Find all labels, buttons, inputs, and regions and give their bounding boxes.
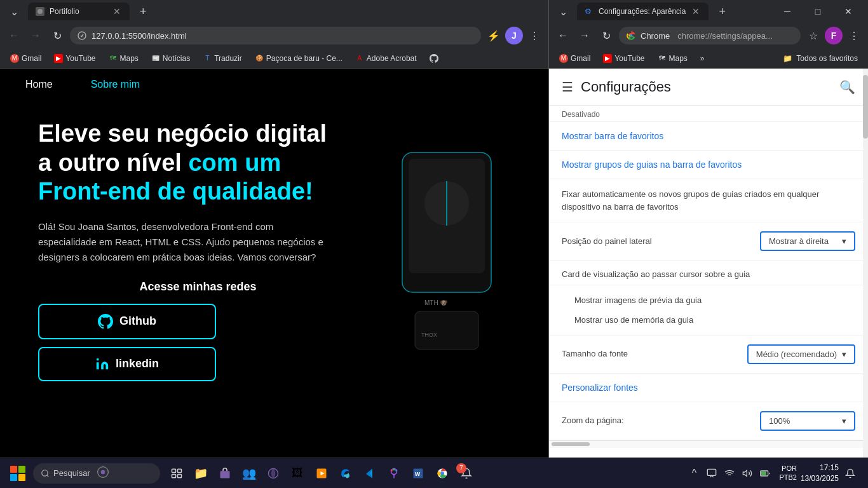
system-clock[interactable]: 17:15 13/03/2025 bbox=[801, 463, 839, 484]
clock-time: 17:15 bbox=[801, 463, 839, 473]
start-button[interactable] bbox=[5, 463, 31, 484]
settings-bookmark-gmail[interactable]: M Gmail bbox=[554, 52, 595, 65]
scrollbar-track[interactable] bbox=[863, 69, 868, 458]
profile-avatar[interactable]: F bbox=[825, 27, 843, 44]
photo-icon[interactable]: 🖼 bbox=[286, 462, 309, 485]
maximize-button[interactable]: □ bbox=[803, 0, 832, 23]
settings-address-bar[interactable]: Chrome chrome://settings/appea... bbox=[619, 27, 801, 44]
language-clock-area[interactable]: POR PTB2 bbox=[779, 464, 797, 482]
customize-fonts-item[interactable]: Personalizar fontes bbox=[549, 374, 868, 402]
noticias-favicon: 📰 bbox=[151, 54, 160, 63]
show-tab-groups-item[interactable]: Mostrar grupos de guias na barra de favo… bbox=[549, 151, 868, 179]
vscode-icon[interactable] bbox=[358, 462, 381, 485]
bookmark-pacoca[interactable]: 🍪 Paçoca de baru - Ce... bbox=[250, 52, 348, 65]
bookmark-gmail[interactable]: M Gmail bbox=[5, 52, 46, 65]
settings-star-btn[interactable]: ☆ bbox=[804, 27, 822, 44]
tab-close-btn[interactable]: ✕ bbox=[112, 5, 122, 18]
colorful-icon[interactable] bbox=[262, 462, 285, 485]
media-icon[interactable] bbox=[310, 462, 333, 485]
chrome-icon[interactable] bbox=[431, 462, 454, 485]
address-bar[interactable]: 127.0.0.1:5500/index.html bbox=[70, 27, 481, 44]
social-section-title: Acesse minhas redes bbox=[38, 280, 358, 294]
svg-text:MTH 🐶: MTH 🐶 bbox=[424, 299, 448, 307]
all-bookmarks-btn[interactable]: 📁 Todos os favoritos bbox=[778, 52, 863, 65]
volume-icon[interactable] bbox=[740, 466, 755, 481]
show-memory-usage-item[interactable]: Mostrar uso de memória da guia bbox=[574, 310, 855, 330]
portfolio-tab[interactable]: Portifolio ✕ bbox=[28, 3, 130, 20]
font-size-dropdown[interactable]: Médio (recomendado) ▾ bbox=[747, 344, 855, 364]
show-preview-images-item[interactable]: Mostrar imagens de prévia da guia bbox=[574, 290, 855, 310]
linkedin-button[interactable]: linkedin bbox=[38, 347, 216, 381]
close-button[interactable]: ✕ bbox=[834, 0, 863, 23]
task-view-icon[interactable] bbox=[165, 462, 188, 485]
teams-icon[interactable]: 👥 bbox=[238, 462, 261, 485]
network-icon[interactable] bbox=[704, 466, 719, 481]
hero-title: Eleve seu negócio digital a outro nível … bbox=[38, 119, 358, 207]
language-label: POR bbox=[782, 464, 797, 473]
svg-text:THOX: THOX bbox=[421, 332, 437, 338]
horizontal-scrollbar[interactable] bbox=[549, 440, 868, 448]
extensions-button[interactable]: ⚡ bbox=[485, 27, 503, 44]
page-zoom-dropdown[interactable]: 100% ▾ bbox=[760, 411, 855, 431]
more-bookmarks-btn[interactable]: » bbox=[695, 52, 710, 65]
svg-rect-16 bbox=[178, 474, 182, 477]
tab-list-btn[interactable]: ⌄ bbox=[5, 3, 23, 20]
battery-icon[interactable] bbox=[757, 466, 773, 481]
page-zoom-chevron: ▾ bbox=[842, 416, 846, 426]
settings-reload-btn[interactable]: ↻ bbox=[597, 27, 615, 44]
minimize-button[interactable]: ─ bbox=[773, 0, 802, 23]
memory-usage-text: Mostrar uso de memória da guia bbox=[574, 315, 693, 325]
sidebar-position-dropdown[interactable]: Mostrar à direita ▾ bbox=[760, 231, 855, 251]
show-favorites-bar-item[interactable]: Mostrar barra de favoritos bbox=[549, 122, 868, 151]
word-icon[interactable]: W bbox=[407, 462, 430, 485]
new-tab-right[interactable]: + bbox=[714, 3, 731, 21]
settings-bookmark-youtube[interactable]: ▶ YouTube bbox=[598, 52, 649, 65]
notification-badge-icon[interactable]: 7 bbox=[455, 462, 478, 485]
settings-tab[interactable]: ⚙ Configurações: Aparência ✕ bbox=[577, 3, 709, 20]
edge-icon[interactable] bbox=[334, 462, 357, 485]
github-button[interactable]: Github bbox=[38, 304, 216, 339]
notification-center-icon[interactable] bbox=[843, 466, 858, 481]
settings-tab-close[interactable]: ✕ bbox=[691, 5, 701, 18]
file-explorer-icon[interactable]: 📁 bbox=[189, 462, 212, 485]
nav-sobre[interactable]: Sobre mim bbox=[91, 79, 140, 90]
bookmark-acrobat[interactable]: A Adobe Acrobat bbox=[350, 52, 422, 65]
wifi-icon[interactable] bbox=[722, 466, 737, 481]
tab-list-btn-right[interactable]: ⌄ bbox=[554, 3, 572, 20]
profile-button[interactable]: J bbox=[505, 27, 523, 44]
settings-back-btn[interactable]: ← bbox=[554, 27, 572, 44]
tray-chevron[interactable]: ^ bbox=[686, 466, 702, 481]
taskbar-pinned-icons: 📁 👥 🖼 W 7 bbox=[165, 462, 478, 485]
nav-home[interactable]: Home bbox=[25, 79, 53, 90]
settings-more-btn[interactable]: ⋮ bbox=[845, 27, 863, 44]
bookmark-traduzir[interactable]: T Traduzir bbox=[198, 52, 247, 65]
settings-search-btn[interactable]: 🔍 bbox=[839, 79, 855, 95]
bookmark-youtube[interactable]: ▶ YouTube bbox=[49, 52, 100, 65]
bookmark-github[interactable] bbox=[424, 52, 444, 65]
page-zoom-row: Zoom da página: 100% ▾ bbox=[549, 402, 868, 440]
svg-point-10 bbox=[42, 470, 48, 475]
paint-icon[interactable] bbox=[383, 462, 405, 485]
hero-title-line2: a outro nível bbox=[38, 149, 182, 176]
horizontal-scrollbar-thumb[interactable] bbox=[552, 442, 590, 446]
auto-pin-groups-item[interactable]: Fixar automaticamente os novos grupos de… bbox=[549, 179, 868, 222]
more-button[interactable]: ⋮ bbox=[526, 27, 543, 44]
back-button[interactable]: ← bbox=[5, 27, 23, 44]
bookmark-maps[interactable]: 🗺 Maps bbox=[104, 52, 144, 65]
hero-image: MTH 🐶 THOX bbox=[383, 119, 510, 389]
settings-hamburger[interactable]: ☰ bbox=[562, 79, 573, 95]
scrollbar-thumb[interactable] bbox=[863, 75, 868, 139]
github-favicon bbox=[430, 54, 438, 63]
reload-button[interactable]: ↻ bbox=[48, 27, 66, 44]
bookmarks-icon: 📁 bbox=[783, 54, 792, 63]
new-tab-button[interactable]: + bbox=[135, 3, 152, 21]
taskbar-search[interactable]: Pesquisar bbox=[33, 463, 160, 484]
settings-maps-favicon: 🗺 bbox=[658, 54, 667, 63]
forward-button[interactable]: → bbox=[27, 27, 44, 44]
store-icon[interactable] bbox=[214, 462, 236, 485]
svg-rect-14 bbox=[178, 469, 182, 472]
settings-forward-btn[interactable]: → bbox=[576, 27, 593, 44]
settings-bookmark-maps[interactable]: 🗺 Maps bbox=[653, 52, 693, 65]
bookmark-noticias[interactable]: 📰 Notícias bbox=[146, 52, 195, 65]
hero-description: Olá! Sou Joana Santos, desenvolvedora Fr… bbox=[38, 219, 330, 265]
